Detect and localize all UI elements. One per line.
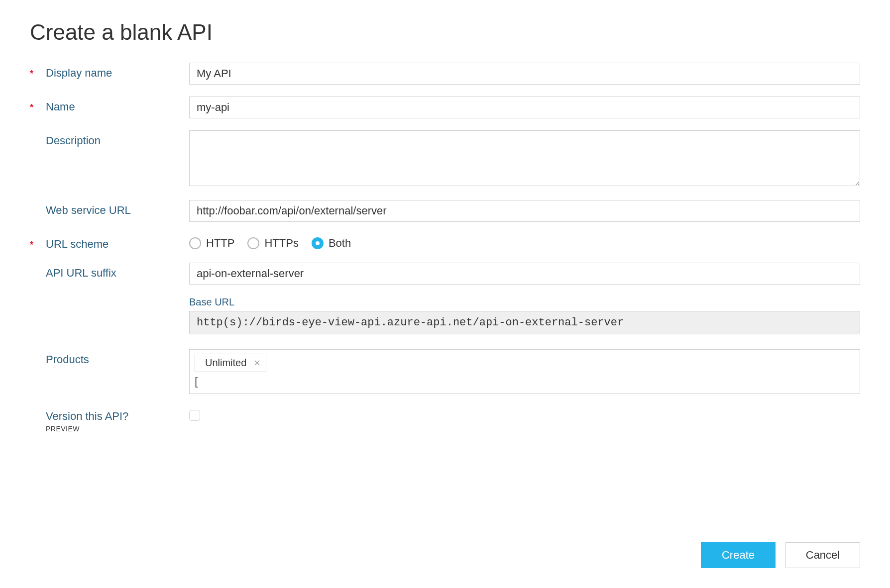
products-pending-text: [ (194, 375, 856, 388)
label-base-url: Base URL (189, 296, 860, 308)
product-tag-label: Unlimited (205, 357, 246, 369)
label-display-name: Display name (40, 67, 112, 80)
create-button[interactable]: Create (701, 542, 776, 568)
page-title: Create a blank API (30, 20, 860, 45)
required-marker: * (30, 100, 40, 112)
row-version-api: * Version this API? PREVIEW (30, 406, 860, 433)
row-products: * Products Unlimited ✕ [ (30, 349, 860, 394)
row-name: * Name (30, 97, 860, 118)
required-marker: * (30, 67, 40, 78)
row-url-scheme: * URL scheme HTTP HTTPs Both (30, 234, 860, 251)
radio-http[interactable]: HTTP (189, 237, 234, 250)
radio-label: HTTPs (264, 237, 298, 250)
web-service-url-input[interactable] (189, 200, 860, 222)
cancel-button[interactable]: Cancel (785, 542, 860, 568)
label-url-scheme: URL scheme (40, 238, 109, 251)
radio-https[interactable]: HTTPs (247, 237, 298, 250)
base-url-readonly: http(s)://birds-eye-view-api.azure-api.n… (189, 311, 860, 334)
product-tag: Unlimited ✕ (195, 354, 266, 372)
label-products: Products (40, 353, 89, 366)
description-textarea[interactable] (189, 130, 860, 186)
preview-badge: PREVIEW (46, 425, 189, 433)
label-description: Description (40, 134, 101, 147)
radio-label: Both (329, 237, 351, 250)
row-description: * Description (30, 130, 860, 188)
label-web-service-url: Web service URL (40, 204, 131, 217)
create-blank-api-dialog: Create a blank API * Display name * Name… (0, 0, 890, 588)
required-marker: * (30, 238, 40, 249)
label-api-url-suffix: API URL suffix (40, 267, 116, 280)
label-name: Name (40, 100, 75, 113)
name-input[interactable] (189, 97, 860, 118)
radio-label: HTTP (206, 237, 234, 250)
remove-tag-icon[interactable]: ✕ (253, 359, 261, 368)
row-api-url-suffix: * API URL suffix (30, 263, 860, 285)
url-scheme-radio-group: HTTP HTTPs Both (189, 234, 860, 250)
dialog-footer: Create Cancel (701, 542, 860, 568)
row-base-url: Base URL http(s)://birds-eye-view-api.az… (30, 296, 860, 334)
display-name-input[interactable] (189, 63, 860, 85)
radio-icon (247, 237, 259, 249)
radio-icon (189, 237, 201, 249)
radio-both[interactable]: Both (312, 237, 351, 250)
row-web-service-url: * Web service URL (30, 200, 860, 222)
row-display-name: * Display name (30, 63, 860, 85)
api-url-suffix-input[interactable] (189, 263, 860, 285)
radio-icon (312, 237, 324, 249)
version-api-checkbox[interactable] (189, 410, 200, 421)
products-input[interactable]: Unlimited ✕ [ (189, 349, 860, 394)
label-version-api: Version this API? (40, 410, 128, 423)
